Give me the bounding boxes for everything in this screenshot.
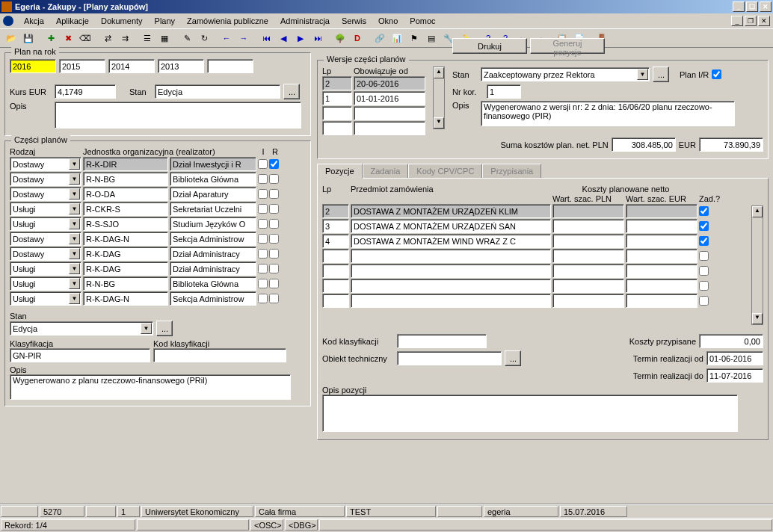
- tab-1[interactable]: Zadania: [363, 164, 409, 178]
- rodzaj-1[interactable]: [10, 172, 81, 186]
- poz-zad-0[interactable]: [699, 206, 709, 216]
- poz-pln-0[interactable]: [552, 204, 624, 218]
- tab-3[interactable]: Przypisania: [482, 164, 541, 178]
- poz-eur-4[interactable]: [626, 264, 697, 278]
- tb-fwd-icon[interactable]: ▶: [292, 30, 309, 46]
- wersje-od-0[interactable]: [354, 76, 425, 90]
- poz-pln-5[interactable]: [552, 279, 624, 293]
- tb-edit-icon[interactable]: ✎: [179, 30, 195, 46]
- poz-eur-3[interactable]: [626, 249, 697, 263]
- r-chk-1[interactable]: [269, 174, 279, 184]
- jedn-nazwa-7[interactable]: [170, 262, 256, 276]
- poz-eur-6[interactable]: [626, 294, 697, 308]
- stan-input[interactable]: [155, 84, 280, 99]
- poz-przedmiot-4[interactable]: [351, 264, 551, 278]
- jedn-kod-1[interactable]: [83, 172, 168, 186]
- tb-prev-icon[interactable]: ←: [218, 30, 235, 46]
- obiekt-input[interactable]: [397, 351, 502, 365]
- tab-2[interactable]: Kody CPV/CPC: [408, 164, 482, 178]
- termod-input[interactable]: [706, 351, 763, 365]
- maximize-button[interactable]: ☐: [746, 1, 758, 12]
- mdi-minimize-button[interactable]: _: [731, 16, 743, 26]
- i-chk-1[interactable]: [258, 174, 268, 184]
- generuj-button[interactable]: Generuj pozycje: [530, 38, 605, 54]
- wersje-stan-dropdown[interactable]: [481, 67, 650, 81]
- wersje-od-3[interactable]: [354, 121, 425, 135]
- wersje-lp-3[interactable]: [322, 121, 352, 135]
- poz-lp-4[interactable]: [322, 264, 349, 278]
- poz-przedmiot-5[interactable]: [351, 279, 551, 293]
- rodzaj-3[interactable]: [10, 202, 81, 216]
- tb-doc-icon[interactable]: D: [349, 30, 366, 46]
- jedn-nazwa-0[interactable]: [170, 157, 256, 171]
- jedn-kod-5[interactable]: [83, 232, 168, 246]
- r-chk-9[interactable]: [269, 294, 279, 303]
- tb-add-icon[interactable]: ✚: [43, 30, 59, 46]
- poz-zad-4[interactable]: [699, 266, 709, 276]
- tab-0[interactable]: Pozycje: [317, 164, 363, 179]
- poz-lp-5[interactable]: [322, 279, 349, 293]
- poz-pln-1[interactable]: [552, 219, 624, 233]
- jedn-kod-7[interactable]: [83, 262, 168, 276]
- tb-flag-icon[interactable]: ⚑: [406, 30, 422, 46]
- tb-legend-icon[interactable]: ▤: [423, 30, 440, 46]
- poz-zad-3[interactable]: [699, 251, 709, 261]
- wersje-opis-textarea[interactable]: [481, 101, 735, 126]
- poz-kodklas-input[interactable]: [397, 334, 487, 348]
- poz-eur-0[interactable]: [626, 204, 697, 218]
- jedn-kod-6[interactable]: [83, 247, 168, 261]
- poz-lp-3[interactable]: [322, 249, 349, 263]
- i-chk-2[interactable]: [258, 189, 268, 199]
- poz-eur-2[interactable]: [626, 234, 697, 248]
- rodzaj-6[interactable]: [10, 247, 81, 261]
- tb-link-icon[interactable]: 🔗: [372, 30, 388, 46]
- poz-przedmiot-2[interactable]: [351, 234, 551, 248]
- poz-pln-3[interactable]: [552, 249, 624, 263]
- menu-akcja[interactable]: Akcja: [18, 15, 50, 27]
- poz-zad-1[interactable]: [699, 221, 709, 231]
- i-chk-6[interactable]: [258, 249, 268, 259]
- scroll-down-icon[interactable]: ▼: [752, 313, 763, 324]
- r-chk-0[interactable]: [269, 159, 279, 169]
- mdi-restore-button[interactable]: ❐: [745, 16, 757, 26]
- jedn-kod-8[interactable]: [83, 276, 168, 291]
- rodzaj-0[interactable]: [10, 157, 81, 171]
- r-chk-8[interactable]: [269, 279, 279, 288]
- rodzaj-4[interactable]: [10, 217, 81, 231]
- wersje-lp-0[interactable]: [322, 76, 352, 90]
- year-input-3[interactable]: [158, 59, 204, 73]
- wersje-stan-browse-button[interactable]: ...: [653, 66, 669, 82]
- r-chk-5[interactable]: [269, 234, 279, 244]
- nrkor-input[interactable]: [487, 84, 521, 99]
- i-chk-5[interactable]: [258, 234, 268, 244]
- jedn-kod-2[interactable]: [83, 187, 168, 201]
- rodzaj-5[interactable]: [10, 232, 81, 246]
- i-chk-9[interactable]: [258, 294, 268, 303]
- i-chk-3[interactable]: [258, 204, 268, 214]
- poz-lp-0[interactable]: [322, 204, 349, 218]
- mdi-close-button[interactable]: ✕: [758, 16, 770, 26]
- tb-back-icon[interactable]: ◀: [275, 30, 292, 46]
- menu-administracja[interactable]: Administracja: [274, 15, 336, 27]
- i-chk-7[interactable]: [258, 264, 268, 273]
- poz-zad-2[interactable]: [699, 236, 709, 246]
- r-chk-2[interactable]: [269, 189, 279, 199]
- poz-zad-5[interactable]: [699, 281, 709, 291]
- stan-browse-button[interactable]: ...: [283, 84, 300, 99]
- poz-pln-2[interactable]: [552, 234, 624, 248]
- tb-last-icon[interactable]: ⏭: [309, 30, 326, 46]
- przyp-input[interactable]: [699, 334, 763, 348]
- suma-eur-input[interactable]: [699, 137, 763, 152]
- wersje-od-1[interactable]: [354, 91, 425, 105]
- wersje-scrollbar[interactable]: ▲ ▼: [433, 66, 445, 129]
- menu-dokumenty[interactable]: Dokumenty: [95, 15, 149, 27]
- czesci-stan-dropdown[interactable]: [10, 321, 153, 335]
- opispoz-textarea[interactable]: [322, 395, 738, 432]
- opis-textarea[interactable]: [55, 102, 301, 129]
- i-chk-0[interactable]: [258, 159, 268, 169]
- tb-refresh-icon[interactable]: ↻: [196, 30, 212, 46]
- jedn-nazwa-2[interactable]: [170, 187, 256, 201]
- jedn-nazwa-8[interactable]: [170, 276, 256, 291]
- poz-przedmiot-3[interactable]: [351, 249, 551, 263]
- year-input-4[interactable]: [207, 59, 253, 73]
